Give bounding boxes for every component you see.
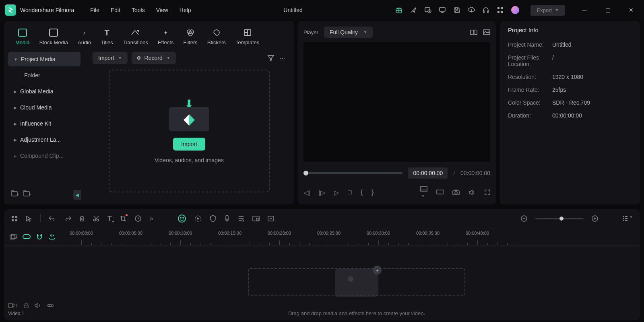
link-icon[interactable]	[23, 234, 31, 239]
stop-icon[interactable]: □	[348, 189, 352, 196]
monitor-icon[interactable]	[439, 6, 446, 14]
timecode-separator: /	[453, 170, 455, 176]
info-colorspace-value: SDR - Rec.709	[552, 99, 590, 106]
menu-file[interactable]: File	[90, 7, 99, 13]
new-folder-icon[interactable]	[11, 190, 19, 197]
import-dropzone[interactable]: ⬇ Import Videos, audios, and images	[109, 70, 270, 192]
close-button[interactable]: ✕	[623, 7, 639, 13]
info-location-value: /	[552, 54, 554, 67]
tab-effects[interactable]: ✦Effects	[155, 26, 177, 48]
delete-folder-icon[interactable]	[23, 190, 31, 197]
track-display-icon[interactable]: ▼	[622, 215, 633, 222]
tab-titles[interactable]: TTitles	[97, 26, 116, 48]
tab-transitions[interactable]: Transitions	[120, 26, 151, 48]
redo-icon[interactable]	[64, 216, 71, 221]
sidebar-adjustment-layer[interactable]: ▶Adjustment La...	[8, 132, 80, 147]
collapse-sidebar-button[interactable]: ◀	[73, 190, 81, 200]
grid-icon[interactable]	[11, 215, 18, 222]
sidebar-cloud-media[interactable]: ▶Cloud Media	[8, 100, 80, 115]
select-tool-icon[interactable]	[26, 215, 32, 222]
tab-stock-media[interactable]: Stock Media	[36, 26, 71, 48]
cast-icon[interactable]	[436, 190, 444, 195]
more-options-icon[interactable]: ⋯	[279, 54, 286, 62]
shield-icon[interactable]	[210, 215, 216, 222]
aspect-icon[interactable]: ▼	[420, 186, 427, 199]
track-lock-icon[interactable]	[23, 303, 29, 308]
more-tools-icon[interactable]: »	[150, 215, 153, 222]
tab-stickers[interactable]: Stickers	[204, 26, 229, 48]
text-tool-icon[interactable]: T+	[107, 215, 112, 223]
next-frame-icon[interactable]: |▷	[319, 189, 325, 196]
info-panel: Project Info Project Name:Untitled Proje…	[500, 21, 640, 204]
ai-face-icon[interactable]	[178, 214, 186, 223]
folder-graphic: ⬇	[169, 99, 209, 131]
current-timecode[interactable]: 00:00:00:00	[408, 167, 448, 179]
fullscreen-icon[interactable]	[485, 190, 490, 195]
sidebar-influence-kit[interactable]: ▶Influence Kit	[8, 116, 80, 131]
effects-wheel-icon[interactable]	[194, 215, 202, 222]
track-visibility-icon[interactable]	[47, 303, 54, 308]
record-dropdown[interactable]: Record▼	[132, 52, 176, 64]
sidebar-project-media[interactable]: ▼Project Media	[8, 52, 80, 66]
tab-filters[interactable]: Filters	[180, 26, 200, 48]
export-button[interactable]: Export▼	[530, 5, 566, 16]
zoom-out-icon[interactable]	[521, 215, 527, 222]
mark-in-icon[interactable]: {	[361, 189, 363, 196]
filter-icon[interactable]	[267, 54, 275, 62]
menu-tools[interactable]: Tools	[132, 7, 145, 13]
scrubber-thumb[interactable]	[303, 171, 308, 175]
crop-icon[interactable]	[120, 215, 126, 222]
screen-icon[interactable]	[268, 216, 274, 221]
user-avatar[interactable]	[511, 6, 519, 14]
marker-icon[interactable]	[252, 216, 260, 221]
microphone-icon[interactable]	[224, 215, 230, 222]
tab-audio[interactable]: ♪Audio	[74, 26, 94, 48]
cut-icon[interactable]	[93, 215, 99, 222]
video-track-icon[interactable]: 1	[8, 303, 18, 308]
scrubber[interactable]	[303, 172, 402, 174]
menu-view[interactable]: View	[156, 7, 168, 13]
keyframe-icon[interactable]	[238, 215, 244, 222]
auto-ripple-icon[interactable]	[48, 234, 56, 239]
timeline-ruler[interactable]: 00:00:00:0000:00:05:0000:00:10:0000:00:1…	[73, 228, 640, 245]
gift-icon[interactable]	[395, 6, 402, 14]
menu-edit[interactable]: Edit	[111, 7, 120, 13]
info-resolution-value: 1920 x 1080	[552, 74, 583, 80]
snapshot-icon[interactable]	[452, 190, 460, 195]
sidebar-global-media[interactable]: ▶Global Media	[8, 84, 80, 99]
picture-icon[interactable]	[483, 29, 490, 36]
image-plus-icon[interactable]	[424, 6, 431, 14]
magnet-icon[interactable]	[36, 234, 43, 239]
menu-help[interactable]: Help	[180, 7, 191, 13]
prev-frame-icon[interactable]: ◁|	[303, 189, 310, 196]
maximize-button[interactable]: ▢	[600, 7, 616, 13]
mark-out-icon[interactable]: }	[372, 189, 374, 196]
preview-canvas[interactable]	[303, 42, 490, 162]
zoom-in-icon[interactable]	[592, 215, 598, 222]
sidebar-compound-clip[interactable]: ▶Compound Clip...	[8, 149, 80, 163]
delete-icon[interactable]	[79, 215, 85, 222]
quality-dropdown[interactable]: Full Quality▼	[324, 27, 373, 38]
cloud-download-icon[interactable]	[468, 6, 475, 14]
layout-toggle-icon[interactable]	[470, 29, 477, 36]
volume-icon[interactable]	[469, 189, 476, 196]
sidebar-folder[interactable]: Folder	[8, 68, 80, 83]
send-icon[interactable]	[410, 6, 417, 14]
speed-icon[interactable]	[134, 215, 142, 222]
zoom-slider[interactable]	[535, 218, 584, 219]
tracks-area[interactable]: + Drag and drop media and effects here t…	[73, 246, 640, 320]
play-icon[interactable]: ▷	[334, 189, 339, 196]
svg-rect-46	[8, 303, 12, 308]
zoom-thumb[interactable]	[559, 217, 564, 221]
minimize-button[interactable]: ─	[576, 7, 592, 13]
undo-icon[interactable]	[49, 216, 56, 221]
add-track-icon[interactable]	[10, 234, 17, 239]
import-dropdown[interactable]: Import▼	[93, 52, 128, 64]
headphones-icon[interactable]	[482, 6, 489, 14]
track-mute-icon[interactable]	[35, 303, 41, 308]
tab-templates[interactable]: Templates	[232, 26, 262, 48]
import-button[interactable]: Import	[173, 138, 205, 151]
tab-media[interactable]: Media	[12, 26, 33, 48]
apps-grid-icon[interactable]	[497, 6, 504, 14]
save-icon[interactable]	[453, 6, 460, 14]
